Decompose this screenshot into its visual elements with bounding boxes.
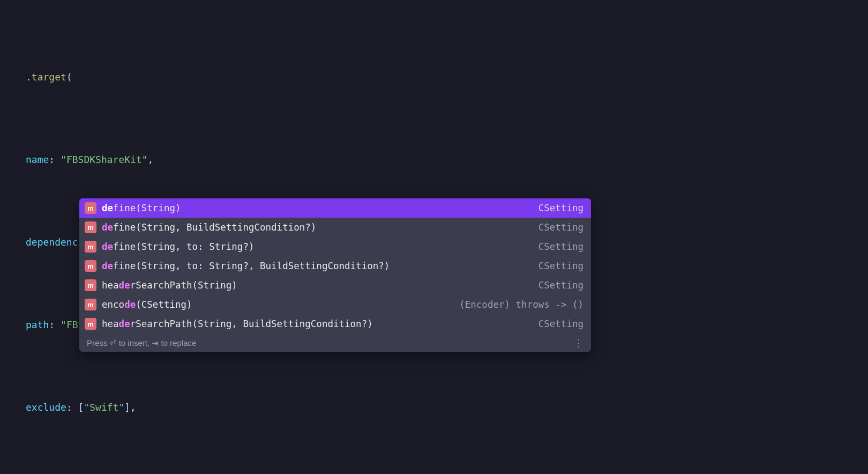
token: path: [26, 315, 49, 335]
autocomplete-return-type: CSetting: [538, 319, 583, 329]
token: "Swift": [84, 397, 124, 418]
token: "FBSDKShareKit": [61, 150, 148, 170]
code-line[interactable]: exclude: ["Swift"],: [0, 397, 868, 418]
autocomplete-label: headerSearchPath(String, BuildSettingCon…: [102, 319, 533, 329]
autocomplete-item[interactable]: mheaderSearchPath(String)CSetting: [79, 276, 591, 295]
autocomplete-return-type: CSetting: [538, 203, 583, 213]
token: .: [26, 67, 32, 87]
autocomplete-label: headerSearchPath(String): [102, 280, 533, 291]
autocomplete-item[interactable]: mdefine(String, to: String?)CSetting: [79, 237, 591, 256]
token: exclude: [26, 397, 66, 418]
autocomplete-popup[interactable]: mdefine(String)CSettingmdefine(String, B…: [79, 198, 591, 352]
autocomplete-return-type: CSetting: [538, 222, 583, 233]
autocomplete-hint: Press ⏎ to insert, ⇥ to replace: [87, 338, 196, 348]
method-icon: m: [85, 260, 96, 272]
autocomplete-label: define(String, to: String?, BuildSetting…: [102, 261, 533, 271]
token: (: [66, 67, 72, 87]
method-icon: m: [85, 299, 96, 310]
token: : [: [66, 397, 84, 418]
autocomplete-item[interactable]: mencode(CSetting)(Encoder) throws -> (): [79, 295, 591, 314]
token: target: [32, 67, 66, 87]
method-icon: m: [85, 202, 96, 214]
autocomplete-return-type: CSetting: [538, 261, 583, 271]
autocomplete-item[interactable]: mheaderSearchPath(String, BuildSettingCo…: [79, 314, 591, 334]
token: :: [49, 315, 61, 335]
token: ,: [148, 150, 154, 170]
token: :: [49, 150, 61, 170]
autocomplete-label: define(String, BuildSettingCondition?): [102, 222, 533, 233]
autocomplete-item[interactable]: mdefine(String)CSetting: [79, 198, 591, 218]
autocomplete-return-type: (Encoder) throws -> (): [459, 299, 583, 310]
method-icon: m: [85, 241, 96, 253]
autocomplete-footer: Press ⏎ to insert, ⇥ to replace⋮: [79, 334, 591, 352]
token: name: [26, 150, 49, 170]
method-icon: m: [85, 279, 96, 291]
more-icon[interactable]: ⋮: [574, 337, 583, 349]
autocomplete-return-type: CSetting: [538, 280, 583, 291]
method-icon: m: [85, 221, 96, 233]
autocomplete-label: define(String, to: String?): [102, 241, 533, 252]
autocomplete-label: define(String): [102, 203, 533, 213]
autocomplete-label: encode(CSetting): [102, 299, 454, 310]
code-line[interactable]: .target(: [0, 66, 868, 88]
token: ],: [124, 397, 136, 418]
autocomplete-return-type: CSetting: [538, 241, 583, 252]
autocomplete-item[interactable]: mdefine(String, to: String?, BuildSettin…: [79, 256, 591, 276]
autocomplete-item[interactable]: mdefine(String, BuildSettingCondition?)C…: [79, 218, 591, 237]
code-line[interactable]: name: "FBSDKShareKit",: [0, 149, 868, 171]
method-icon: m: [85, 318, 96, 330]
